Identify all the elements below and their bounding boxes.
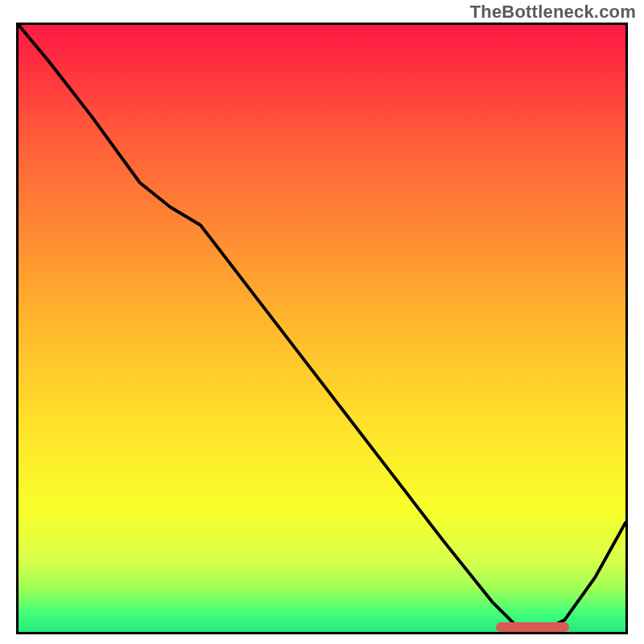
watermark-text: TheBottleneck.com [470, 2, 636, 23]
optimal-range-marker [496, 622, 569, 632]
chart-canvas: TheBottleneck.com [0, 0, 644, 644]
curve-path [19, 25, 625, 632]
bottleneck-curve [19, 25, 625, 632]
plot-area [16, 23, 628, 634]
